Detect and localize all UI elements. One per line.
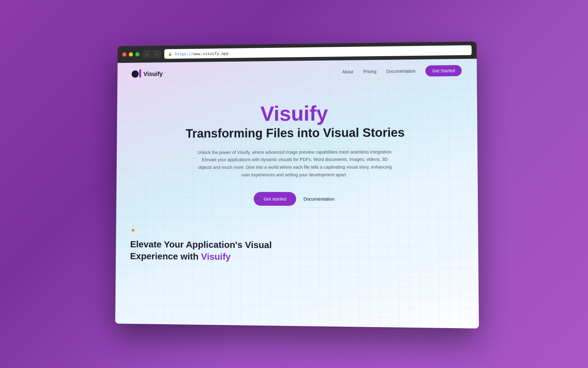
elevate-heading-brand: Visuify (201, 251, 231, 262)
traffic-light-green[interactable] (135, 52, 140, 56)
website: Visuify About Pricing Documentation Get … (115, 59, 479, 328)
logo-text: Visuify (143, 70, 163, 77)
traffic-lights (122, 52, 139, 56)
nav-link-docs[interactable]: Documentation (386, 69, 416, 74)
hero-title-brand: Visuify (129, 101, 465, 126)
lock-icon: 🔒 (168, 52, 172, 56)
traffic-light-yellow[interactable] (129, 52, 133, 57)
logo-bar (139, 69, 141, 78)
back-button[interactable]: ‹ (143, 50, 151, 59)
nav-link-about[interactable]: About (342, 69, 353, 74)
nav-buttons: ‹ › (143, 50, 161, 59)
elevate-heading: Elevate Your Application's Visual Experi… (130, 238, 463, 264)
sparkle-icon: ✦ (130, 227, 463, 236)
hero-subtitle: Transforming Files into Visual Stories (129, 125, 465, 140)
url-text: https://www.visuify.app (175, 51, 228, 56)
browser-content: Visuify About Pricing Documentation Get … (115, 59, 479, 328)
hero-actions: Get started Documentation (128, 192, 465, 206)
logo[interactable]: Visuify (132, 69, 163, 79)
logo-icon (132, 69, 141, 79)
elevate-heading-part2: Experience with (130, 251, 201, 262)
hero-description: Unlock the power of Visuify, where advan… (197, 148, 393, 179)
url-protocol: https:// (175, 52, 193, 56)
nav-get-started-button[interactable]: Get Started (425, 65, 462, 76)
browser-window: ‹ › 🔒 https://www.visuify.app Visuify (115, 41, 479, 328)
hero-section: Visuify Transforming Files into Visual S… (116, 82, 478, 219)
forward-button[interactable]: › (153, 50, 161, 59)
address-bar[interactable]: 🔒 https://www.visuify.app (164, 45, 472, 59)
navbar: Visuify About Pricing Documentation Get … (117, 59, 477, 86)
url-domain: www.visuify.app (193, 51, 228, 56)
nav-link-pricing[interactable]: Pricing (363, 69, 376, 74)
nav-links: About Pricing Documentation Get Started (342, 65, 462, 77)
logo-circle (132, 71, 139, 78)
hero-cta-secondary-button[interactable]: Documentation (303, 196, 334, 201)
bottom-section: ✦ Elevate Your Application's Visual Expe… (116, 218, 479, 274)
traffic-light-red[interactable] (122, 52, 126, 57)
hero-cta-primary-button[interactable]: Get started (254, 192, 296, 206)
elevate-heading-part1: Elevate Your Application's Visual (130, 239, 272, 250)
